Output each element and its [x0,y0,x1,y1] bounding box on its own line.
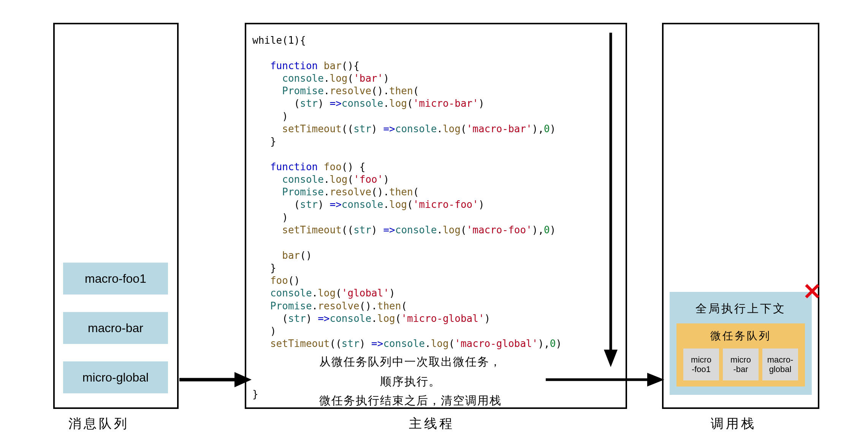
queue-item-text: macro-bar [88,321,143,335]
callout-line3: 微任务执行结束之后，清空调用栈 [289,393,532,409]
microtask-queue-title: 微任务队列 [682,329,800,343]
global-context-title: 全局执行上下文 [676,301,805,317]
code-block: while(1){ function bar(){ console.log('b… [252,34,562,401]
callout-line2: 顺序执行。 [365,374,456,390]
message-queue-panel [53,23,179,409]
message-queue-label: 消息队列 [68,415,129,432]
queue-item-text: macro-foo1 [85,272,146,286]
call-stack-label: 调用栈 [711,415,756,432]
main-thread-label: 主线程 [409,415,455,432]
micro-item-2: micro -bar [723,348,759,380]
queue-item-text: micro-global [82,371,149,385]
queue-item-2: macro-bar [63,312,168,344]
queue-item-1: macro-foo1 [63,263,168,295]
global-context-box: 全局执行上下文 微任务队列 micro -foo1 micro -bar mac… [670,292,812,395]
micro-item-3: macro- global [762,348,798,380]
callout-line1: 从微任务队列中一次取出微任务， [289,354,532,370]
queue-item-3: micro-global [63,361,168,393]
close-icon: ✕ [803,278,822,305]
microtask-items-row: micro -foo1 micro -bar macro- global [682,348,800,380]
micro-item-1: micro -foo1 [683,348,719,380]
microtask-queue-box: 微任务队列 micro -foo1 micro -bar macro- glob… [676,323,805,386]
arrow-queue-to-main-icon [179,370,252,389]
